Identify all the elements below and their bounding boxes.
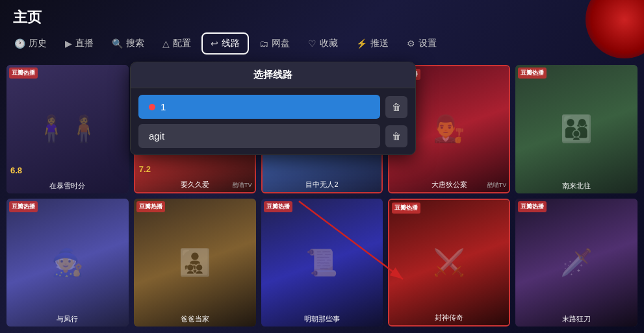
card-6-badge: 豆瓣热播 — [9, 201, 38, 212]
route-1-label: 1 — [161, 101, 166, 112]
nav-settings[interactable]: ⚙ 设置 — [399, 34, 444, 53]
card-7[interactable]: 👨‍👧‍👦 豆瓣热播 爸爸当家 — [134, 199, 256, 327]
route-row-1: 1 🗑 — [138, 95, 407, 119]
live-icon: ▶ — [65, 38, 72, 49]
card-4-subtitle: 酷喵TV — [487, 181, 507, 190]
dialog-title: 选择线路 — [131, 62, 415, 88]
nav-netdisk[interactable]: 🗂 网盘 — [251, 34, 298, 53]
card-7-figure: 👨‍👧‍👦 — [134, 199, 256, 327]
nav-netdisk-label: 网盘 — [272, 38, 290, 49]
card-1-bg: 🧍‍♀️🧍 — [6, 65, 129, 193]
card-1[interactable]: 🧍‍♀️🧍 豆瓣热播 6.8 在暴雪时分 — [6, 65, 129, 193]
card-7-bg: 👨‍👧‍👦 — [134, 199, 256, 327]
card-8-bg: 📜 — [261, 199, 383, 327]
card-6-title: 与凤行 — [6, 314, 129, 324]
card-8[interactable]: 📜 豆瓣热播 明朝那些事 — [261, 199, 383, 327]
card-5-title: 南来北往 — [515, 181, 638, 191]
nav-settings-label: 设置 — [419, 38, 437, 49]
card-8-badge: 豆瓣热播 — [264, 201, 292, 212]
route-item-2[interactable]: agit — [138, 124, 380, 148]
route-2-label: agit — [149, 130, 164, 142]
delete-2-icon: 🗑 — [392, 131, 401, 142]
nav-search[interactable]: 🔍 搜索 — [104, 34, 152, 53]
nav-config-label: 配置 — [173, 38, 191, 49]
card-7-title: 爸爸当家 — [134, 314, 256, 324]
card-6[interactable]: 🧙 豆瓣热播 与凤行 — [6, 199, 129, 327]
nav-push-label: 推送 — [370, 38, 389, 49]
card-9-bg: ⚔️ — [389, 200, 509, 326]
route-1-dot — [149, 104, 155, 110]
card-9-badge: 豆瓣热播 — [392, 203, 420, 214]
nav-live-label: 直播 — [75, 38, 94, 49]
nav-history-label: 历史 — [29, 38, 47, 49]
card-2-score: 7.2 — [139, 164, 151, 174]
route-dialog-overlay: 选择线路 1 🗑 agit 🗑 — [130, 62, 416, 155]
card-10[interactable]: 🗡️ 豆瓣热播 末路狂刀 — [515, 199, 638, 327]
card-8-title: 明朝那些事 — [261, 314, 383, 324]
card-10-bg: 🗡️ — [515, 199, 638, 327]
card-5[interactable]: 👨‍👩‍👦 豆瓣热播 南来北往 — [515, 65, 638, 193]
card-9[interactable]: ⚔️ 豆瓣热播 封神传奇 — [388, 199, 510, 327]
navbar: 🕐 历史 ▶ 直播 🔍 搜索 △ 配置 ↩ 线路 🗂 网盘 ♡ 收藏 ⚡ 推送 … — [6, 32, 638, 55]
config-icon: △ — [162, 38, 170, 49]
route-icon: ↩ — [211, 38, 218, 49]
card-9-figure: ⚔️ — [389, 200, 509, 326]
card-10-figure: 🗡️ — [515, 199, 638, 327]
delete-1-icon: 🗑 — [392, 102, 401, 112]
card-5-badge: 豆瓣热播 — [518, 68, 547, 79]
nav-history[interactable]: 🕐 历史 — [6, 34, 55, 53]
card-1-figure: 🧍‍♀️🧍 — [6, 65, 129, 193]
settings-icon: ⚙ — [407, 38, 415, 49]
search-icon: 🔍 — [112, 38, 123, 49]
history-icon: 🕐 — [14, 38, 25, 49]
card-5-figure: 👨‍👩‍👦 — [515, 65, 638, 193]
page-title: 主页 — [13, 8, 42, 27]
card-6-figure: 🧙 — [6, 199, 129, 327]
card-1-score: 6.8 — [10, 166, 22, 175]
card-10-title: 末路狂刀 — [515, 314, 638, 324]
card-1-badge: 豆瓣热播 — [9, 68, 38, 79]
nav-live[interactable]: ▶ 直播 — [57, 34, 101, 53]
nav-search-label: 搜索 — [126, 38, 144, 49]
card-9-title: 封神传奇 — [389, 313, 509, 323]
nav-favorites[interactable]: ♡ 收藏 — [300, 34, 346, 53]
nav-config[interactable]: △ 配置 — [155, 34, 199, 53]
card-1-title: 在暴雪时分 — [6, 181, 129, 191]
nav-route-label: 线路 — [222, 38, 240, 49]
card-5-bg: 👨‍👩‍👦 — [515, 65, 638, 193]
card-8-figure: 📜 — [261, 199, 383, 327]
route-item-1[interactable]: 1 — [138, 95, 380, 119]
nav-push[interactable]: ⚡ 推送 — [348, 34, 396, 53]
card-10-badge: 豆瓣热播 — [518, 201, 547, 212]
route-2-delete-button[interactable]: 🗑 — [385, 125, 407, 147]
nav-favorites-label: 收藏 — [320, 38, 338, 49]
favorites-icon: ♡ — [308, 38, 316, 49]
card-6-bg: 🧙 — [6, 199, 129, 327]
card-2-subtitle: 酷喵TV — [233, 181, 252, 190]
card-3-title: 目中无人2 — [263, 180, 382, 190]
push-icon: ⚡ — [356, 38, 367, 49]
route-1-delete-button[interactable]: 🗑 — [385, 96, 407, 118]
dialog-body: 1 🗑 agit 🗑 — [131, 88, 415, 154]
netdisk-icon: 🗂 — [259, 38, 268, 49]
route-dialog: 选择线路 1 🗑 agit 🗑 — [130, 62, 416, 155]
card-7-badge: 豆瓣热播 — [136, 201, 165, 212]
route-row-2: agit 🗑 — [138, 124, 407, 148]
nav-route[interactable]: ↩ 线路 — [201, 32, 249, 55]
